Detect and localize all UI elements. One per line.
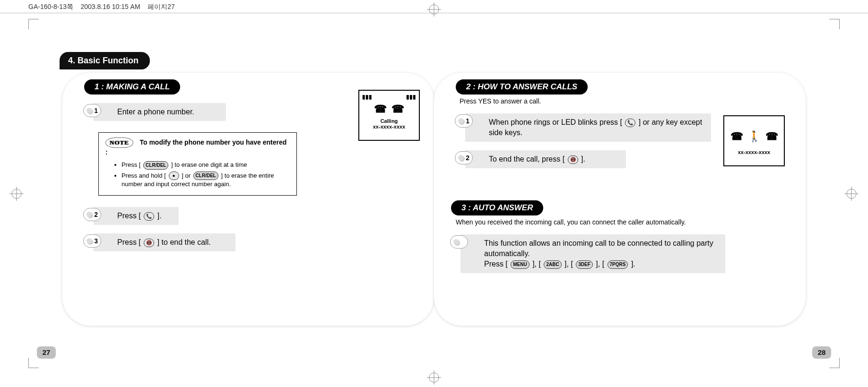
page-number-left: 27 [37,346,56,359]
step-badge-3: 3 [83,234,101,248]
header-filename: GA-160-8-13쪽 [28,3,73,10]
section-2-subtitle: Press YES to answer a call. [460,97,803,105]
auto-answer-body: This function allows an incoming call to… [460,234,725,273]
key-2-icon: 2ABC [544,260,561,269]
key-7-icon: 7PQRS [608,260,628,269]
section-3-subtitle: When you received the incoming call, you… [456,218,803,226]
bullet-icon [450,235,468,249]
phone-screen-calling: ▮▮▮ ▮▮▮ ☎ ☎ Calling xx-xxxx-xxxx [358,90,420,141]
battery-icon: ▮▮▮ [406,94,416,100]
header-page-stub: 페이지27 [148,3,175,10]
left-step-1: 1 Enter a phone number. [94,103,226,121]
screen-calling-number: xx-xxxx-xxxx [362,124,416,129]
registration-mark-left [9,187,24,201]
right-step-2: 2 To end the call, press [ 📵 ]. [465,150,626,168]
phone-icon: ☎ [374,103,387,115]
left-step-2: 2 Press [ 📞 ]. [94,207,179,225]
left-content-panel: 1 : MAKING A CALL 1 Enter a phone number… [62,73,434,326]
clr-key-icon: CLR/DEL [193,172,218,180]
note-label: NOTE [105,138,133,148]
note-bullet-2: Press and hold [ ● ] or CLR/DEL ] to era… [122,172,290,189]
right-content-panel: 2 : HOW TO ANSWER CALLS Press YES to ans… [434,73,806,326]
note-bullet-1: Press [ CLR/DEL ] to erase one digit at … [122,161,290,170]
page-number-right: 28 [812,346,831,359]
end-key-icon: 📵 [144,239,154,247]
page-right: 2 : HOW TO ANSWER CALLS Press YES to ans… [434,33,823,354]
note-box: NOTE To modify the phone number you have… [98,132,297,196]
right-step-1: 1 When phone rings or LED blinks press [… [465,113,711,142]
registration-mark-bottom [427,370,441,385]
page-left: 4. Basic Function 1 : MAKING A CALL 1 En… [45,33,434,354]
left-step-3: 3 Press [ 📵 ] to end the call. [94,233,235,251]
phone-icon: ☎ [765,130,778,143]
header-timestamp: 2003.8.16 10:15 AM [81,3,140,10]
registration-mark-right [844,187,859,201]
phone-icon: ☎ [391,103,404,115]
step-badge-r2: 2 [455,151,473,164]
menu-key-icon: MENU [511,260,529,269]
chapter-title: 4. Basic Function [60,52,150,69]
section-3-title: 3 : AUTO ANSWER [451,200,543,215]
signal-icon: ▮▮▮ [362,94,372,100]
screen-incoming-number: xx-xxxx-xxxx [727,149,781,155]
section-1-title: 1 : MAKING A CALL [84,79,180,95]
page-spread: 4. Basic Function 1 : MAKING A CALL 1 En… [45,33,823,354]
phone-icon: ☎ [730,130,743,143]
send-key-icon: 📞 [625,119,635,127]
send-key-icon: 📞 [144,212,154,221]
clr-key-icon: CLR/DEL [143,161,168,170]
screen-calling-label: Calling [362,118,416,124]
walking-icon: 🚶 [748,130,761,143]
auto-answer-line1: This function allows an incoming call to… [484,239,713,258]
step-badge-1: 1 [83,104,101,117]
left-step-1-text: Enter a phone number. [117,108,194,116]
key-3-icon: 3DEF [576,260,593,269]
section-2-title: 2 : HOW TO ANSWER CALLS [456,79,588,95]
step-badge-r1: 1 [455,114,473,128]
step-badge-2: 2 [83,208,101,221]
registration-mark-top [427,2,441,17]
ok-key-icon: ● [169,172,179,180]
end-key-icon: 📵 [568,155,578,164]
phone-screen-incoming: ☎ 🚶 ☎ xx-xxxx-xxxx [723,115,785,166]
